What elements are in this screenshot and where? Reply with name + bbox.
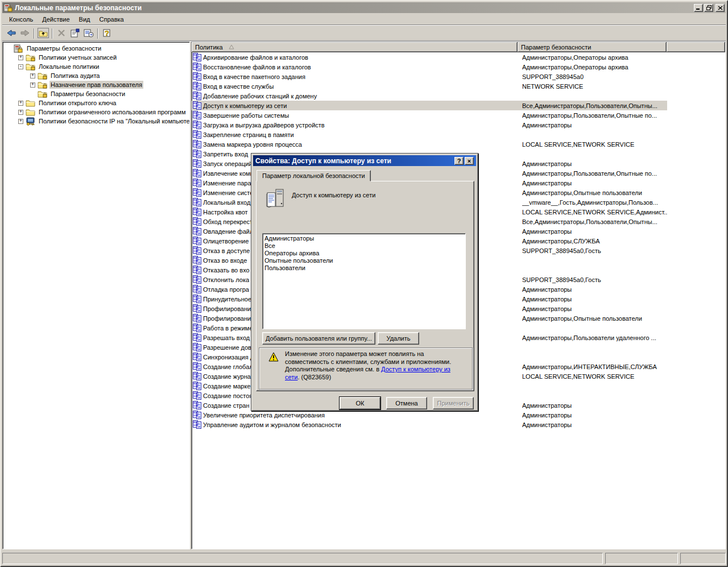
table-row[interactable]: 0111100110Вход в качестве пакетного зада…: [192, 72, 725, 81]
tree-item[interactable]: +Политики ограниченного использования пр…: [4, 107, 188, 117]
policy-name: Разрешение дов: [203, 344, 251, 351]
listbox-item[interactable]: Администраторы: [264, 235, 465, 242]
menu-item-консоль[interactable]: Консоль: [5, 15, 38, 24]
svg-text:10: 10: [197, 387, 200, 390]
policy-document-icon: [264, 188, 285, 211]
restore-icon: [706, 5, 712, 10]
dialog-tab-page: Доступ к компьютеру из сети Администрато…: [256, 181, 474, 391]
menu-item-справка[interactable]: Справка: [95, 15, 129, 24]
policy-doc-icon: 0111100110: [193, 198, 201, 206]
policy-cell: 0111100110Восстановление файлов и катало…: [193, 62, 518, 72]
security-setting-cell: Администраторы,ИНТЕРАКТИВНЫЕ,СЛУЖБА: [522, 362, 667, 371]
security-setting-cell: Администраторы,Опытные пользователи: [522, 188, 667, 197]
expand-box-icon[interactable]: +: [30, 82, 35, 88]
security-setting-cell: SUPPORT_388945a0: [522, 72, 667, 81]
column-header-policy[interactable]: Политика: [192, 42, 518, 52]
export-list-icon: [84, 28, 94, 39]
security-setting-cell: SUPPORT_388945a0,Гость: [522, 246, 667, 255]
table-row[interactable]: 0111100110Управление аудитом и журналом …: [192, 420, 725, 429]
svg-text:10: 10: [197, 145, 200, 148]
policy-doc-icon: 0111100110: [193, 411, 201, 419]
security-setting-cell: Администраторы: [522, 400, 667, 410]
remove-button[interactable]: Удалить: [378, 332, 419, 345]
minimize-icon: [696, 6, 701, 10]
expand-box-icon[interactable]: +: [18, 55, 23, 60]
table-row[interactable]: 0111100110Доступ к компьютеру из сетиВсе…: [192, 101, 725, 110]
expand-box-icon[interactable]: +: [30, 73, 35, 78]
table-row[interactable]: 0111100110Архивирование файлов и каталог…: [192, 52, 725, 62]
policy-name: Профилирование: [203, 305, 254, 312]
dialog-close-button[interactable]: ×: [465, 157, 474, 165]
dialog-title: Свойства: Доступ к компьютеру из сети: [255, 157, 453, 165]
tree-item[interactable]: Параметры безопасности: [4, 89, 188, 98]
svg-text:10: 10: [197, 106, 200, 109]
members-listbox[interactable]: АдминистраторыВсеОператоры архиваОпытные…: [262, 233, 466, 329]
table-row[interactable]: 0111100110Увеличение приоритета диспетчи…: [192, 410, 725, 420]
expand-box-icon[interactable]: +: [18, 101, 23, 106]
table-row[interactable]: 0111100110Восстановление файлов и катало…: [192, 62, 725, 72]
policy-name: Архивирование файлов и каталогов: [203, 54, 308, 61]
restore-button[interactable]: [704, 4, 713, 12]
collapse-box-icon[interactable]: -: [18, 64, 23, 69]
listbox-item[interactable]: Пользователи: [264, 264, 465, 272]
tree-item[interactable]: -Локальные политики: [4, 62, 188, 71]
expand-box-icon[interactable]: +: [18, 119, 23, 124]
toolbar-export-list-button[interactable]: [82, 27, 96, 40]
close-icon: [718, 6, 723, 10]
expand-box-icon[interactable]: +: [18, 110, 23, 115]
table-row[interactable]: 0111100110Завершение работы системыАдмин…: [192, 110, 725, 120]
folder-icon: [26, 99, 35, 107]
toolbar-up-folder-button[interactable]: [36, 27, 50, 40]
svg-text:10: 10: [197, 87, 200, 90]
table-row[interactable]: 0111100110Замена маркера уровня процесса…: [192, 139, 725, 149]
toolbar-properties-button[interactable]: [68, 27, 82, 40]
listbox-item[interactable]: Все: [264, 242, 465, 250]
ok-button[interactable]: ОК: [340, 397, 380, 409]
security-setting-cell: Администраторы,Пользователи удаленного .…: [522, 333, 667, 342]
toolbar-separator: [34, 28, 35, 39]
status-section-2: [605, 553, 678, 564]
svg-text:10: 10: [197, 329, 200, 332]
policy-doc-icon: 0111100110: [193, 343, 201, 351]
dialog-help-button[interactable]: ?: [454, 157, 464, 165]
policy-doc-icon: 0111100110: [193, 295, 201, 303]
tree-item[interactable]: +Политики безопасности IP на "Локальный …: [4, 117, 188, 126]
tab-local-security-setting[interactable]: Параметр локальной безопасности: [257, 170, 371, 181]
tree-item-label: Политики ограниченного использования про…: [38, 108, 187, 116]
svg-text:10: 10: [197, 58, 200, 61]
table-row[interactable]: 0111100110Закрепление страниц в памяти: [192, 130, 725, 139]
tree-item[interactable]: +Политика аудита: [4, 71, 188, 80]
properties-icon: [70, 28, 80, 39]
policy-doc-icon: 0111100110: [193, 101, 201, 110]
svg-text:10: 10: [197, 396, 200, 399]
tree-item[interactable]: +Политики открытого ключа: [4, 98, 188, 107]
menu-item-вид[interactable]: Вид: [75, 15, 95, 24]
toolbar-back-arrow-button[interactable]: [5, 27, 18, 40]
tree-item[interactable]: +Назначение прав пользователя: [4, 80, 188, 89]
toolbar-help-button[interactable]: ?: [100, 27, 114, 40]
warning-icon: [268, 352, 279, 362]
security-setting-cell: [522, 149, 667, 159]
policy-name: Закрепление страниц в памяти: [203, 131, 294, 138]
listbox-item[interactable]: Опытные пользователи: [264, 257, 465, 264]
policy-name: Отказ во входе: [203, 257, 247, 264]
table-row[interactable]: 0111100110Добавление рабочих станций к д…: [192, 91, 725, 101]
tree-item[interactable]: +Политики учетных записей: [4, 53, 188, 62]
listbox-item[interactable]: Операторы архива: [264, 250, 465, 257]
table-row[interactable]: 0111100110Загрузка и выгрузка драйверов …: [192, 120, 725, 130]
close-button[interactable]: [715, 4, 725, 12]
policy-doc-icon: 0111100110: [193, 92, 201, 100]
svg-text:10: 10: [197, 203, 200, 206]
policy-doc-icon: 0111100110: [193, 314, 201, 322]
policy-doc-icon: 0111100110: [193, 304, 201, 313]
minimize-button[interactable]: [694, 4, 703, 12]
table-row[interactable]: 0111100110Вход в качестве службыNETWORK …: [192, 81, 725, 91]
add-user-or-group-button[interactable]: Добавить пользователя или группу...: [262, 332, 375, 345]
column-header-value[interactable]: Параметр безопасности: [518, 42, 667, 52]
policy-name: Изменение парам: [203, 180, 255, 187]
tree-item[interactable]: Параметры безопасности: [4, 44, 188, 53]
policy-cell: 0111100110Архивирование файлов и каталог…: [193, 52, 518, 62]
cancel-button[interactable]: Отмена: [386, 397, 427, 409]
menu-item-действие[interactable]: Действие: [38, 15, 74, 24]
svg-text:10: 10: [197, 300, 200, 303]
